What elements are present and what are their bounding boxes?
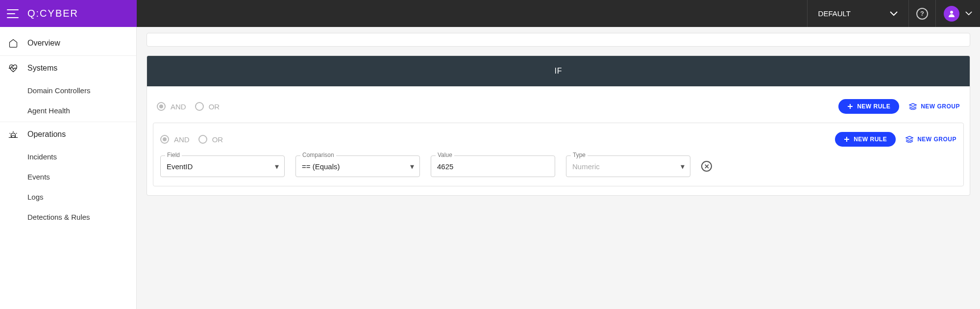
sidebar-label-overview: Overview [27, 39, 60, 48]
inner-new-group-button[interactable]: NEW GROUP [906, 136, 956, 143]
type-input[interactable] [566, 155, 690, 177]
sidebar-label-operations: Operations [27, 130, 66, 139]
inner-and-radio[interactable]: AND [160, 135, 190, 144]
outer-or-radio[interactable]: OR [195, 102, 220, 111]
layers-icon [909, 103, 917, 110]
value-input[interactable] [431, 155, 555, 177]
sidebar: Overview Systems Domain Controllers Agen… [0, 27, 137, 309]
inner-new-rule-button[interactable]: NEW RULE [835, 132, 896, 147]
heartbeat-icon [8, 63, 19, 74]
user-icon [948, 10, 956, 18]
layers-icon [906, 136, 913, 143]
new-rule-label: NEW RULE [854, 136, 887, 143]
chevron-down-icon [965, 11, 972, 16]
outer-new-group-button[interactable]: NEW GROUP [909, 103, 960, 110]
field-label: Field [165, 152, 182, 158]
svg-point-0 [950, 11, 953, 14]
condition-card: IF AND OR [147, 55, 970, 196]
user-menu[interactable] [935, 0, 980, 27]
sidebar-item-overview[interactable]: Overview [0, 31, 136, 56]
previous-card-bottom [147, 33, 970, 47]
outer-and-radio[interactable]: AND [157, 102, 186, 111]
help-icon: ? [916, 8, 928, 20]
type-label: Type [571, 152, 588, 158]
sidebar-item-agent-health[interactable]: Agent Health [0, 101, 136, 122]
app-logo: Q:CYBER [27, 8, 78, 19]
comparison-label: Comparison [300, 152, 336, 158]
home-icon [8, 38, 19, 49]
close-icon: ✕ [704, 163, 710, 170]
sidebar-label-systems: Systems [27, 64, 57, 73]
hamburger-menu-icon[interactable] [7, 9, 19, 18]
plus-icon [844, 136, 850, 142]
and-label: AND [171, 103, 186, 111]
type-select[interactable]: Type ▾ [566, 155, 690, 177]
alert-icon [8, 129, 19, 140]
sidebar-item-events[interactable]: Events [0, 167, 136, 187]
new-group-label: NEW GROUP [921, 103, 960, 110]
inner-or-radio[interactable]: OR [198, 135, 223, 144]
sidebar-item-detections-rules[interactable]: Detections & Rules [0, 207, 136, 227]
value-label: Value [436, 152, 454, 158]
field-input[interactable] [160, 155, 285, 177]
rule-group: AND OR NEW RULE [153, 123, 964, 186]
comparison-select[interactable]: Comparison ▾ [295, 155, 420, 177]
tenant-selector[interactable]: DEFAULT [807, 0, 908, 27]
chevron-down-icon [890, 11, 898, 16]
comparison-input[interactable] [295, 155, 420, 177]
avatar [944, 6, 959, 22]
and-label: AND [174, 135, 190, 144]
new-group-label: NEW GROUP [917, 136, 956, 143]
outer-new-rule-button[interactable]: NEW RULE [838, 99, 899, 114]
sidebar-item-domain-controllers[interactable]: Domain Controllers [0, 80, 136, 101]
sidebar-item-operations[interactable]: Operations [0, 122, 136, 147]
sidebar-item-systems[interactable]: Systems [0, 56, 136, 80]
new-rule-label: NEW RULE [857, 103, 890, 110]
plus-icon [847, 103, 853, 109]
remove-rule-button[interactable]: ✕ [701, 161, 712, 172]
sidebar-item-logs[interactable]: Logs [0, 187, 136, 207]
sidebar-item-incidents[interactable]: Incidents [0, 147, 136, 167]
or-label: OR [209, 103, 220, 111]
help-button[interactable]: ? [908, 0, 935, 27]
field-select[interactable]: Field ▾ [160, 155, 285, 177]
value-field[interactable]: Value [431, 155, 555, 177]
condition-header: IF [147, 56, 970, 86]
or-label: OR [212, 135, 223, 144]
tenant-label: DEFAULT [818, 9, 851, 18]
